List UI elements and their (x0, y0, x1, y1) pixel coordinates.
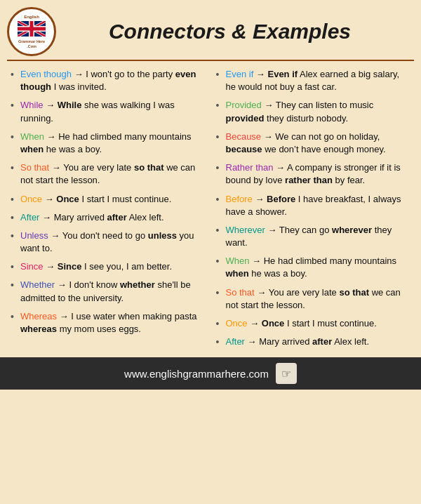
divider (7, 60, 414, 61)
list-item: Before → Before I have breakfast, I alwa… (216, 193, 411, 218)
connector-label: Because (226, 131, 262, 142)
bold-connector: Even if (267, 69, 298, 79)
arrow-icon: → (72, 69, 86, 79)
list-item: Because → We can not go on holiday, beca… (216, 131, 411, 156)
arrow-icon: → (44, 131, 58, 142)
bold-connector: Before (267, 194, 295, 204)
connector-label: Whether (20, 279, 55, 290)
bold-connector: so that (134, 162, 164, 173)
connector-label: Whereas (20, 311, 57, 321)
arrow-icon: → (273, 162, 287, 173)
connector-label: Since (20, 261, 44, 272)
connector-label: Wherever (226, 225, 265, 235)
list-item: Once → Once I start I must continue. (11, 193, 206, 206)
right-list: Even if → Even if Alex earned a big sala… (216, 68, 411, 348)
bold-connector: because (226, 144, 262, 154)
arrow-icon: → (39, 212, 53, 223)
finger-pointer-icon: ☞ (276, 363, 297, 384)
connector-label: Provided (226, 100, 262, 110)
arrow-icon: → (255, 287, 269, 298)
list-item: Whereas → I use water when making pasta … (11, 310, 206, 336)
list-item: After → Mary arrived after Alex left. (216, 336, 411, 348)
footer-url: www.englishgrammarhere.com (124, 368, 269, 380)
list-item: Rather than → A company is stronger if i… (216, 161, 411, 187)
bold-connector: unless (148, 230, 177, 241)
connector-label: So that (226, 287, 255, 298)
arrow-icon: → (248, 318, 262, 329)
arrow-icon: → (48, 230, 62, 241)
arrow-icon: → (265, 225, 279, 235)
connector-label: When (226, 256, 250, 266)
right-column: Even if → Even if Alex earned a big sala… (213, 68, 415, 354)
list-item: Whether → I don't know whether she'll be… (11, 279, 206, 304)
connector-label: Once (20, 194, 42, 204)
header: English Grammar Here .Com Connectors & E… (0, 0, 421, 60)
bold-connector: whereas (20, 324, 57, 334)
bold-connector: after (107, 212, 127, 223)
bold-connector: Once (262, 318, 285, 329)
left-list: Even though → I won't go to the party ev… (11, 68, 206, 336)
footer: www.englishgrammarhere.com ☞ (0, 357, 421, 390)
page: English Grammar Here .Com Connectors & E… (0, 0, 421, 390)
connector-label: Before (226, 194, 253, 204)
list-item: After → Mary arrived after Alex left. (11, 211, 206, 224)
bold-connector: Since (58, 261, 82, 272)
connector-label: Once (226, 318, 248, 329)
bold-connector: so that (339, 287, 369, 298)
left-column: Even though → I won't go to the party ev… (7, 68, 209, 354)
arrow-icon: → (57, 311, 71, 321)
list-item: Provided → They can listen to music prov… (216, 99, 411, 124)
list-item: Wherever → They can go wherever they wan… (216, 224, 411, 249)
bold-connector: provided (226, 113, 265, 124)
arrow-icon: → (44, 261, 58, 272)
bold-connector: when (226, 268, 249, 279)
flag-icon (18, 21, 46, 37)
logo-text: English Grammar Here .Com (18, 15, 46, 49)
bold-connector: when (20, 144, 44, 154)
svg-rect-8 (18, 27, 46, 30)
connector-label: So that (20, 162, 49, 173)
list-item: So that → You are very late so that we c… (216, 286, 411, 312)
logo: English Grammar Here .Com (7, 7, 56, 56)
arrow-icon: → (261, 131, 275, 142)
arrow-icon: → (42, 194, 56, 204)
list-item: Even though → I won't go to the party ev… (11, 68, 206, 93)
arrow-icon: → (249, 256, 263, 266)
bold-connector: whether (120, 279, 155, 290)
connector-label: Unless (20, 230, 48, 241)
connector-label: Rather than (226, 162, 274, 173)
connector-label: Even though (20, 69, 72, 79)
connector-label: After (20, 212, 39, 223)
bold-connector: rather than (285, 175, 333, 185)
bold-connector: Once (56, 194, 79, 204)
connector-label: While (20, 100, 44, 110)
bold-connector: wherever (332, 225, 372, 235)
list-item: When → He had climbed many mountains whe… (216, 255, 411, 280)
list-item: Unless → You don't need to go unless you… (11, 230, 206, 255)
arrow-icon: → (55, 279, 69, 290)
list-item: While → While she was walking I was runn… (11, 99, 206, 124)
arrow-icon: → (49, 162, 63, 173)
list-item: Once → Once I start I must continue. (216, 317, 411, 330)
arrow-icon: → (253, 69, 267, 79)
arrow-icon: → (44, 100, 58, 110)
connector-label: Even if (226, 69, 254, 79)
arrow-icon: → (245, 336, 259, 347)
list-item: When → He had climbed many mountains whe… (11, 131, 206, 156)
arrow-icon: → (262, 100, 276, 110)
list-item: So that → You are very late so that we c… (11, 161, 206, 187)
connector-label: After (226, 336, 245, 347)
list-item: Since → Since I see you, I am better. (11, 260, 206, 273)
bold-connector: after (312, 336, 332, 347)
arrow-icon: → (253, 194, 267, 204)
content-area: Even though → I won't go to the party ev… (0, 65, 421, 357)
list-item: Even if → Even if Alex earned a big sala… (216, 68, 411, 93)
connector-label: When (20, 131, 44, 142)
page-title: Connectors & Examples (56, 20, 410, 44)
bold-connector: While (58, 100, 82, 110)
